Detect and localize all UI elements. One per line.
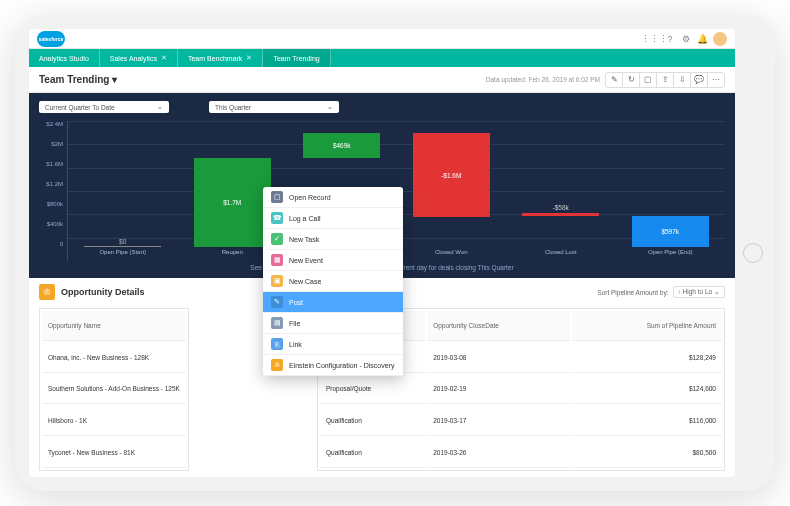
tab-team-benchmark[interactable]: Team Benchmark✕ <box>178 49 263 67</box>
details-title: Opportunity Details <box>61 287 145 297</box>
close-icon[interactable]: ✕ <box>161 54 167 62</box>
top-bar: salesforce ⋮⋮⋮ ? ⚙ 🔔 <box>29 29 735 49</box>
column-header[interactable]: Sum of Pipeline Amount <box>572 311 722 341</box>
bell-icon[interactable]: 🔔 <box>697 34 707 44</box>
share-button[interactable]: ⇪ <box>656 72 674 88</box>
bar-label: -$58k <box>553 204 569 211</box>
bar-label: $469k <box>333 142 351 149</box>
toolbar: ✎ ↻ ▢ ⇪ ⇩ 💬 ⋯ <box>606 72 725 88</box>
apps-icon[interactable]: ⋮⋮⋮ <box>649 34 659 44</box>
tablet-home-button <box>743 243 763 263</box>
chat-button[interactable]: 💬 <box>690 72 708 88</box>
column-header[interactable]: Opportunity Name <box>42 311 186 341</box>
crown-icon: ♔ <box>39 284 55 300</box>
menu-post[interactable]: ✎Post <box>263 292 403 313</box>
salesforce-logo: salesforce <box>37 31 65 47</box>
menu-new-case[interactable]: ▣New Case <box>263 271 403 292</box>
menu-einstein-config[interactable]: ♔Einstein Configuration - Discovery <box>263 355 403 376</box>
menu-open-record[interactable]: ▢Open Record <box>263 187 403 208</box>
sort-select[interactable]: ↑ High to Lo ⌄ <box>673 286 726 298</box>
table-row[interactable]: Qualification2019-03-26$80,500 <box>320 438 722 468</box>
bar-label: $1.7M <box>223 199 241 206</box>
table-row[interactable]: Hillsboro - 1K <box>42 406 186 436</box>
menu-log-a-call[interactable]: ☎Log a Call <box>263 208 403 229</box>
table-row[interactable]: Ohana, inc. - New Business - 128K <box>42 343 186 373</box>
gear-icon[interactable]: ⚙ <box>681 34 691 44</box>
table-row[interactable]: Qualification2019-03-17$116,000 <box>320 406 722 436</box>
menu-new-task[interactable]: ✓New Task <box>263 229 403 250</box>
opportunity-name-table: Opportunity Name Ohana, inc. - New Busin… <box>39 308 189 471</box>
menu-new-event[interactable]: ▦New Event <box>263 250 403 271</box>
tab-sales-analytics[interactable]: Sales Analytics✕ <box>100 49 178 67</box>
bar-closed-lost[interactable]: -$58k <box>522 213 599 216</box>
bar-label: $597k <box>661 228 679 235</box>
date-range-filter[interactable]: Current Quarter To Date⌄ <box>39 101 169 113</box>
tab-analytics-studio[interactable]: Analytics Studio <box>29 49 100 67</box>
present-button[interactable]: ▢ <box>639 72 657 88</box>
tab-bar: Analytics Studio Sales Analytics✕ Team B… <box>29 49 735 67</box>
close-icon[interactable]: ✕ <box>246 54 252 62</box>
download-button[interactable]: ⇩ <box>673 72 691 88</box>
bar-label: -$1.6M <box>441 172 461 179</box>
tab-team-trending[interactable]: Team Trending <box>263 49 330 67</box>
chevron-down-icon: ⌄ <box>157 103 163 111</box>
bar-closed-won[interactable]: -$1.6M <box>413 133 490 217</box>
help-icon[interactable]: ? <box>665 34 675 44</box>
column-header[interactable]: Opportunity CloseDate <box>427 311 570 341</box>
data-updated-text: Data updated: Feb 28, 2019 at 6:02 PM <box>486 76 600 83</box>
quarter-filter[interactable]: This Quarter⌄ <box>209 101 339 113</box>
table-row[interactable]: Proposal/Quote2019-02-19$124,600 <box>320 375 722 405</box>
chevron-down-icon: ▾ <box>112 74 117 85</box>
user-avatar[interactable] <box>713 32 727 46</box>
bar-open-pipe-end[interactable]: $597k <box>632 216 709 247</box>
chevron-down-icon: ⌄ <box>327 103 333 111</box>
bar-label: $0 <box>119 238 126 245</box>
bar-new[interactable]: $469k <box>303 133 380 158</box>
edit-button[interactable]: ✎ <box>605 72 623 88</box>
sort-label: Sort Pipeline Amount by: <box>597 289 668 296</box>
bar-reopen[interactable]: $1.7M <box>194 158 271 247</box>
page-header: Team Trending ▾ Data updated: Feb 28, 20… <box>29 67 735 93</box>
menu-file[interactable]: ▤File <box>263 313 403 334</box>
reset-button[interactable]: ↻ <box>622 72 640 88</box>
table-row[interactable]: Tyconet - New Business - 81K <box>42 438 186 468</box>
table-row[interactable]: Southern Solutions - Add-On Business - 1… <box>42 375 186 405</box>
more-button[interactable]: ⋯ <box>707 72 725 88</box>
page-title[interactable]: Team Trending ▾ <box>39 74 117 85</box>
menu-link[interactable]: ⎘Link <box>263 334 403 355</box>
context-menu: ▢Open Record ☎Log a Call ✓New Task ▦New … <box>263 187 403 376</box>
y-axis: $2.4M $2M $1.6M $1.2M $800k $400k 0 <box>39 121 67 261</box>
